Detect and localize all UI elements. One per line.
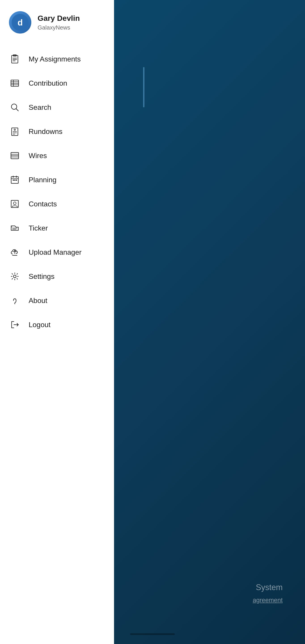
contacts-icon bbox=[9, 198, 20, 210]
sidebar-item-rundowns[interactable]: Rundowns bbox=[0, 120, 114, 144]
sidebar-item-settings[interactable]: Settings bbox=[0, 264, 114, 288]
svg-text:d: d bbox=[18, 18, 22, 27]
agreement-link[interactable]: agreement bbox=[253, 596, 283, 604]
sidebar-item-about[interactable]: About bbox=[0, 288, 114, 312]
planning-icon bbox=[9, 174, 20, 186]
sidebar-item-wires[interactable]: Wires bbox=[0, 144, 114, 168]
profile-organization: GalaxyNews bbox=[38, 24, 80, 31]
system-text: System bbox=[253, 583, 283, 592]
sidebar-item-label: Logout bbox=[28, 321, 50, 329]
ticker-icon bbox=[9, 222, 20, 234]
sidebar-item-planning[interactable]: Planning bbox=[0, 168, 114, 192]
about-icon bbox=[9, 295, 20, 306]
svg-rect-27 bbox=[13, 180, 14, 181]
sidebar-item-label: Settings bbox=[28, 272, 54, 281]
settings-icon bbox=[9, 270, 20, 282]
search-icon bbox=[9, 102, 20, 113]
svg-point-31 bbox=[14, 202, 16, 204]
bottom-text: System agreement bbox=[253, 583, 283, 604]
nav-list: My Assignments Contribution bbox=[0, 42, 114, 644]
svg-line-13 bbox=[16, 109, 18, 111]
sidebar-item-label: My Assignments bbox=[28, 55, 81, 63]
upload-manager-icon bbox=[9, 246, 20, 258]
svg-rect-28 bbox=[14, 180, 16, 181]
logout-icon bbox=[9, 319, 20, 330]
vertical-divider bbox=[143, 67, 144, 107]
rundowns-icon bbox=[9, 126, 20, 137]
profile-info: Gary Devlin GalaxyNews bbox=[38, 14, 80, 31]
wires-icon bbox=[9, 150, 20, 162]
svg-point-15 bbox=[14, 129, 16, 130]
sidebar-item-label: Wires bbox=[28, 152, 47, 160]
sidebar-item-my-assignments[interactable]: My Assignments bbox=[0, 47, 114, 71]
sidebar-item-upload-manager[interactable]: Upload Manager bbox=[0, 240, 114, 264]
sidebar-item-label: Contribution bbox=[28, 79, 67, 88]
sidebar-item-label: About bbox=[28, 296, 48, 305]
avatar: d bbox=[9, 11, 31, 34]
sidebar-item-search[interactable]: Search bbox=[0, 95, 114, 120]
sidebar-item-contribution[interactable]: Contribution bbox=[0, 71, 114, 95]
sidebar-item-label: Contacts bbox=[28, 200, 57, 208]
svg-rect-29 bbox=[16, 180, 17, 181]
sidebar-item-label: Upload Manager bbox=[28, 248, 82, 256]
sidebar-item-label: Planning bbox=[28, 176, 56, 184]
profile-section: d Gary Devlin GalaxyNews bbox=[0, 0, 114, 42]
sidebar-item-label: Ticker bbox=[28, 224, 48, 232]
sidebar-item-contacts[interactable]: Contacts bbox=[0, 192, 114, 216]
clipboard-list-icon bbox=[9, 53, 20, 65]
bottom-bar bbox=[130, 633, 175, 635]
sidebar: d Gary Devlin GalaxyNews My Assignments bbox=[0, 0, 114, 644]
svg-point-37 bbox=[14, 275, 16, 278]
sidebar-item-label: Rundowns bbox=[28, 128, 62, 136]
svg-point-38 bbox=[14, 303, 15, 304]
profile-name: Gary Devlin bbox=[38, 14, 80, 23]
sidebar-item-ticker[interactable]: Ticker bbox=[0, 216, 114, 240]
sidebar-item-label: Search bbox=[28, 103, 51, 112]
contribution-icon bbox=[9, 77, 20, 89]
sidebar-item-logout[interactable]: Logout bbox=[0, 312, 114, 337]
